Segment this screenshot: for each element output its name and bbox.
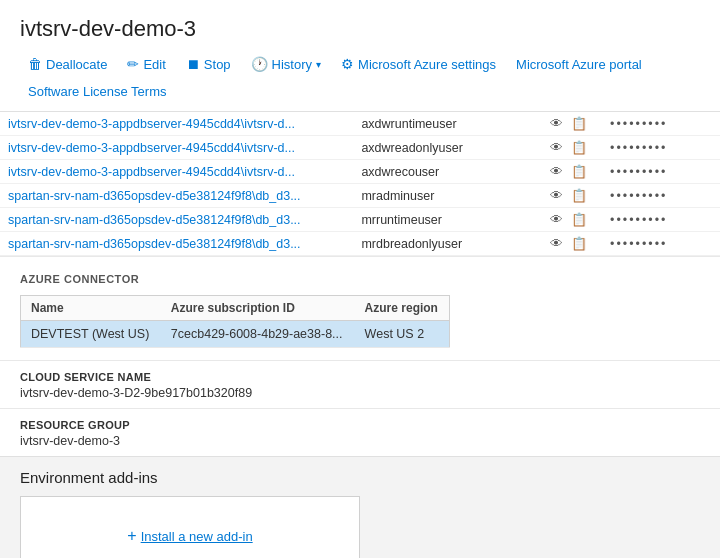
azure-connector-title: AZURE CONNECTOR [20, 273, 700, 285]
copy-icon[interactable]: 📋 [571, 140, 587, 155]
cred-password: ••••••••• [602, 136, 720, 160]
azure-connector-section: AZURE CONNECTOR Name Azure subscription … [0, 256, 720, 360]
copy-icon[interactable]: 📋 [571, 164, 587, 179]
stop-icon: ⏹ [186, 56, 200, 72]
credentials-section: ivtsrv-dev-demo-3-appdbserver-4945cdd4\i… [0, 112, 720, 256]
cred-password: ••••••••• [602, 208, 720, 232]
copy-icon[interactable]: 📋 [571, 188, 587, 203]
history-icon: 🕐 [251, 56, 268, 72]
eye-icon[interactable]: 👁 [550, 164, 563, 179]
resource-group-section: RESOURCE GROUP ivtsrv-dev-demo-3 [0, 408, 720, 456]
cloud-service-section: CLOUD SERVICE NAME ivtsrv-dev-demo-3-D2-… [0, 360, 720, 408]
cred-user: axdwrecouser [353, 160, 542, 184]
table-row[interactable]: ivtsrv-dev-demo-3-appdbserver-4945cdd4\i… [0, 160, 720, 184]
copy-icon[interactable]: 📋 [571, 212, 587, 227]
connector-name: DEVTEST (West US) [21, 321, 161, 348]
history-chevron-icon: ▾ [316, 59, 321, 70]
deallocate-button[interactable]: 🗑 Deallocate [20, 52, 115, 76]
azure-portal-button[interactable]: Microsoft Azure portal [508, 53, 650, 76]
plus-icon: + [127, 527, 136, 545]
cred-user: mrdbreadonlyuser [353, 232, 542, 256]
addins-box: + Install a new add-in [20, 496, 360, 558]
cred-icons: 👁 📋 [542, 184, 602, 208]
cloud-service-value: ivtsrv-dev-demo-3-D2-9be917b01b320f89 [20, 386, 700, 400]
table-row[interactable]: spartan-srv-nam-d365opsdev-d5e38124f9f8\… [0, 184, 720, 208]
page-title: ivtsrv-dev-demo-3 [20, 16, 700, 42]
cred-name: spartan-srv-nam-d365opsdev-d5e38124f9f8\… [0, 184, 353, 208]
table-row[interactable]: ivtsrv-dev-demo-3-appdbserver-4945cdd4\i… [0, 136, 720, 160]
cred-icons: 👁 📋 [542, 136, 602, 160]
cred-user: mrruntimeuser [353, 208, 542, 232]
edit-icon: ✏ [127, 56, 139, 72]
cred-password: ••••••••• [602, 184, 720, 208]
table-row[interactable]: ivtsrv-dev-demo-3-appdbserver-4945cdd4\i… [0, 112, 720, 136]
col-header-subscription: Azure subscription ID [161, 296, 355, 321]
eye-icon[interactable]: 👁 [550, 140, 563, 155]
cred-name: ivtsrv-dev-demo-3-appdbserver-4945cdd4\i… [0, 160, 353, 184]
license-terms-button[interactable]: Software License Terms [20, 80, 175, 103]
connector-region: West US 2 [355, 321, 450, 348]
addins-title: Environment add-ins [20, 469, 700, 486]
col-header-name: Name [21, 296, 161, 321]
copy-icon[interactable]: 📋 [571, 116, 587, 131]
cred-password: ••••••••• [602, 160, 720, 184]
eye-icon[interactable]: 👁 [550, 236, 563, 251]
cred-icons: 👁 📋 [542, 208, 602, 232]
deallocate-icon: 🗑 [28, 56, 42, 72]
credentials-table: ivtsrv-dev-demo-3-appdbserver-4945cdd4\i… [0, 112, 720, 256]
cloud-service-label: CLOUD SERVICE NAME [20, 371, 700, 383]
addins-section: Environment add-ins + Install a new add-… [0, 456, 720, 558]
resource-group-label: RESOURCE GROUP [20, 419, 700, 431]
cred-user: mradminuser [353, 184, 542, 208]
col-header-region: Azure region [355, 296, 450, 321]
cred-icons: 👁 📋 [542, 232, 602, 256]
cred-password: ••••••••• [602, 112, 720, 136]
cred-name: spartan-srv-nam-d365opsdev-d5e38124f9f8\… [0, 232, 353, 256]
copy-icon[interactable]: 📋 [571, 236, 587, 251]
azure-settings-icon: ⚙ [341, 56, 354, 72]
resource-group-value: ivtsrv-dev-demo-3 [20, 434, 700, 448]
page-header: ivtsrv-dev-demo-3 🗑 Deallocate ✏ Edit ⏹ … [0, 0, 720, 112]
table-row[interactable]: spartan-srv-nam-d365opsdev-d5e38124f9f8\… [0, 208, 720, 232]
azure-settings-button[interactable]: ⚙ Microsoft Azure settings [333, 52, 504, 76]
install-addin-link[interactable]: Install a new add-in [141, 529, 253, 544]
edit-button[interactable]: ✏ Edit [119, 52, 173, 76]
cred-user: axdwruntimeuser [353, 112, 542, 136]
history-button[interactable]: 🕐 History ▾ [243, 52, 329, 76]
cred-icons: 👁 📋 [542, 112, 602, 136]
main-content: ivtsrv-dev-demo-3-appdbserver-4945cdd4\i… [0, 112, 720, 456]
cred-user: axdwreadonlyuser [353, 136, 542, 160]
azure-connector-table: Name Azure subscription ID Azure region … [20, 295, 450, 348]
cred-name: ivtsrv-dev-demo-3-appdbserver-4945cdd4\i… [0, 112, 353, 136]
stop-button[interactable]: ⏹ Stop [178, 52, 239, 76]
azure-connector-row[interactable]: DEVTEST (West US) 7cecb429-6008-4b29-ae3… [21, 321, 450, 348]
eye-icon[interactable]: 👁 [550, 188, 563, 203]
toolbar: 🗑 Deallocate ✏ Edit ⏹ Stop 🕐 History ▾ ⚙… [20, 52, 700, 111]
eye-icon[interactable]: 👁 [550, 116, 563, 131]
cred-name: spartan-srv-nam-d365opsdev-d5e38124f9f8\… [0, 208, 353, 232]
connector-subscription: 7cecb429-6008-4b29-ae38-8... [161, 321, 355, 348]
table-row[interactable]: spartan-srv-nam-d365opsdev-d5e38124f9f8\… [0, 232, 720, 256]
cred-name: ivtsrv-dev-demo-3-appdbserver-4945cdd4\i… [0, 136, 353, 160]
cred-password: ••••••••• [602, 232, 720, 256]
eye-icon[interactable]: 👁 [550, 212, 563, 227]
cred-icons: 👁 📋 [542, 160, 602, 184]
